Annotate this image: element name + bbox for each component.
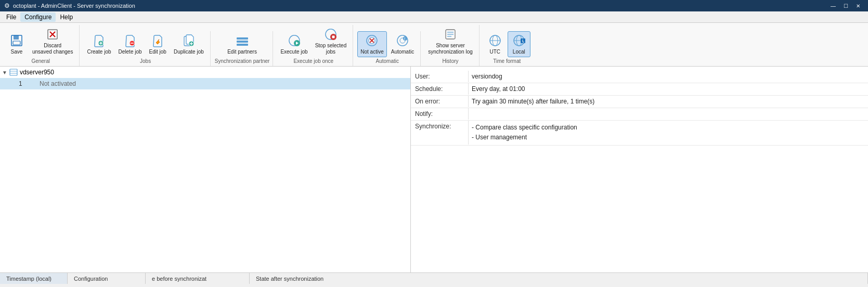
maximize-button[interactable]: ☐ — [840, 2, 851, 10]
edit-partners-icon — [235, 33, 250, 48]
tree-job-row[interactable]: 1 Not activated — [0, 78, 410, 89]
automatic-group-label: Automatic — [375, 58, 398, 64]
toolbar: Save Discardunsaved changes General — [0, 23, 868, 67]
left-panel: ▼ vdserver950 1 Not activated — [0, 67, 411, 272]
toolbar-group-jobs: Create job Delete job Edit job — [81, 31, 210, 66]
bottom-col-before: e before synchronizat — [146, 273, 250, 284]
duplicate-job-button[interactable]: Duplicate job — [171, 31, 207, 57]
main-area: ▼ vdserver950 1 Not activated — [0, 67, 868, 272]
schedule-value: Every day, at 01:00 — [468, 83, 868, 95]
synchronize-value: - Compare class specific configuration- … — [468, 121, 868, 145]
local-icon — [512, 33, 526, 48]
right-panel: User: versiondog Schedule: Every day, at… — [411, 67, 868, 272]
detail-row-on-error: On error: Try again 30 minute(s) after f… — [411, 96, 868, 108]
svg-rect-41 — [10, 69, 17, 75]
menu-help[interactable]: Help — [56, 12, 77, 22]
edit-partners-button[interactable]: Edit partners — [224, 31, 260, 57]
stop-jobs-icon — [323, 27, 338, 42]
delete-job-label: Delete job — [119, 49, 142, 55]
general-group-label: General — [31, 58, 50, 64]
edit-job-button[interactable]: Edit job — [146, 31, 170, 57]
edit-job-icon — [150, 33, 165, 48]
toolbar-group-general: Save Discardunsaved changes General — [2, 25, 80, 66]
close-button[interactable]: ✕ — [852, 2, 864, 10]
discard-label: Discardunsaved changes — [32, 43, 73, 55]
detail-row-schedule: Schedule: Every day, at 01:00 — [411, 83, 868, 96]
duplicate-job-label: Duplicate job — [174, 49, 204, 55]
execute-job-icon — [287, 33, 302, 48]
tree-area: ▼ vdserver950 1 Not activated — [0, 67, 410, 272]
svg-rect-17 — [237, 44, 248, 46]
svg-rect-15 — [237, 37, 248, 40]
menu-configure[interactable]: Configure — [20, 12, 56, 22]
stop-jobs-button[interactable]: Stop selectedjobs — [312, 25, 350, 57]
svg-rect-16 — [237, 41, 248, 43]
toolbar-group-sync-partner: Edit partners Synchronization partner — [212, 31, 274, 66]
delete-job-button[interactable]: Delete job — [115, 31, 145, 57]
user-value: versiondog — [468, 71, 868, 82]
delete-job-icon — [123, 33, 137, 48]
create-job-button[interactable]: Create job — [84, 31, 114, 57]
discard-icon — [45, 27, 60, 42]
bottom-col-config: Configuration — [68, 273, 146, 284]
on-error-label: On error: — [411, 96, 468, 107]
server-name: vdserver950 — [20, 69, 54, 76]
detail-row-notify: Notify: — [411, 108, 868, 121]
svg-line-11 — [158, 40, 159, 41]
bottom-bar: Timestamp (local) Configuration e before… — [0, 272, 868, 284]
not-active-icon — [365, 33, 379, 48]
edit-job-label: Edit job — [149, 49, 166, 55]
detail-row-synchronize: Synchronize: - Compare class specific co… — [411, 121, 868, 146]
discard-button[interactable]: Discardunsaved changes — [29, 25, 76, 57]
synchronize-label: Synchronize: — [411, 121, 468, 132]
execute-job-label: Execute job — [280, 49, 307, 55]
tree-chevron: ▼ — [2, 70, 7, 75]
create-job-icon — [92, 33, 106, 48]
jobs-group-label: Jobs — [140, 58, 151, 64]
create-job-label: Create job — [87, 49, 111, 55]
local-button[interactable]: Local — [508, 31, 530, 57]
utc-label: UTC — [490, 49, 501, 55]
notify-label: Notify: — [411, 108, 468, 120]
sync-partner-group-label: Synchronization partner — [215, 58, 270, 64]
execute-group-label: Execute job once — [293, 58, 333, 64]
not-active-label: Not active — [360, 49, 383, 55]
svg-rect-21 — [332, 36, 334, 38]
job-status: Not activated — [40, 80, 76, 87]
bottom-col-after: State after synchronization — [250, 273, 868, 284]
utc-icon — [488, 33, 502, 48]
menu-bar: File Configure Help — [0, 11, 868, 23]
toolbar-group-history: Show serversynchronization log History — [422, 25, 480, 66]
save-button[interactable]: Save — [5, 31, 28, 57]
app-icon: ⚙ — [4, 2, 10, 9]
notify-value — [468, 108, 868, 120]
time-format-group-label: Time format — [493, 58, 521, 64]
bottom-col-timestamp: Timestamp (local) — [0, 273, 68, 284]
automatic-button[interactable]: ! Automatic — [388, 31, 417, 57]
title-bar: ⚙ octoplant - AdminClient - Server synch… — [0, 0, 868, 11]
on-error-value: Try again 30 minute(s) after failure, 1 … — [468, 96, 868, 107]
svg-rect-2 — [13, 41, 20, 45]
not-active-button[interactable]: Not active — [357, 31, 386, 57]
local-label: Local — [513, 49, 525, 55]
show-log-icon — [443, 27, 458, 42]
edit-partners-label: Edit partners — [227, 49, 257, 55]
menu-file[interactable]: File — [2, 12, 20, 22]
history-group-label: History — [442, 58, 458, 64]
show-log-button[interactable]: Show serversynchronization log — [425, 25, 476, 57]
execute-job-button[interactable]: Execute job — [277, 31, 310, 57]
utc-button[interactable]: UTC — [484, 31, 507, 57]
job-number: 1 — [19, 80, 31, 87]
stop-jobs-label: Stop selectedjobs — [315, 43, 347, 55]
toolbar-group-time-format: UTC Local Time format — [481, 31, 534, 66]
automatic-label: Automatic — [391, 49, 414, 55]
svg-text:!: ! — [404, 37, 405, 41]
minimize-button[interactable]: — — [827, 2, 839, 10]
tree-server-row[interactable]: ▼ vdserver950 — [0, 67, 410, 78]
save-icon — [9, 33, 24, 48]
toolbar-group-automatic: Not active ! Automatic Automatic — [354, 31, 421, 66]
duplicate-job-icon — [182, 33, 196, 48]
window-title: octoplant - AdminClient - Server synchro… — [13, 3, 135, 9]
server-icon — [9, 68, 18, 76]
save-label: Save — [11, 49, 23, 55]
